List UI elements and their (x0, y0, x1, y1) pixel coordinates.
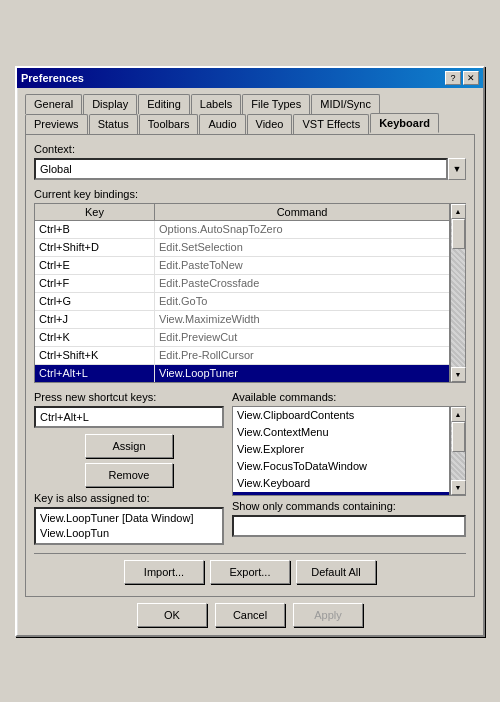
help-button[interactable]: ? (445, 71, 461, 85)
cancel-button[interactable]: Cancel (215, 603, 285, 627)
key-bindings-wrapper: Key Command Ctrl+BOptions.AutoSnapToZero… (34, 203, 466, 383)
table-row[interactable]: Ctrl+JView.MaximizeWidth (35, 311, 449, 329)
key-bindings-scroll: Key Command Ctrl+BOptions.AutoSnapToZero… (34, 203, 450, 383)
window-title: Preferences (21, 72, 84, 84)
avail-scroll: View.ClipboardContentsView.ContextMenuVi… (232, 406, 450, 496)
command-item[interactable]: View.LoopTuner (233, 492, 449, 496)
tab-labels[interactable]: Labels (191, 94, 241, 114)
preferences-window: Preferences ? ✕ General Display Editing … (15, 66, 485, 637)
command-item[interactable]: View.ClipboardContents (233, 407, 449, 424)
table-header: Key Command (34, 203, 450, 221)
default-all-button[interactable]: Default All (296, 560, 376, 584)
available-commands-list[interactable]: View.ClipboardContentsView.ContextMenuVi… (232, 406, 450, 496)
header-key: Key (35, 204, 155, 220)
bottom-buttons-row: Import... Export... Default All (34, 553, 466, 588)
keyboard-panel: Context: Global ▼ Current key bindings: … (25, 134, 475, 597)
apply-button[interactable]: Apply (293, 603, 363, 627)
tab-video[interactable]: Video (247, 114, 293, 134)
available-commands-label: Available commands: (232, 391, 466, 403)
avail-scroll-track (451, 422, 465, 480)
available-commands-wrapper: View.ClipboardContentsView.ContextMenuVi… (232, 406, 466, 496)
window-body: General Display Editing Labels File Type… (17, 88, 483, 635)
key-bindings-label: Current key bindings: (34, 188, 466, 200)
shortcut-label: Press new shortcut keys: (34, 391, 224, 403)
tab-keyboard[interactable]: Keyboard (370, 113, 439, 133)
close-button[interactable]: ✕ (463, 71, 479, 85)
left-section: Press new shortcut keys: Assign Remove K… (34, 391, 224, 545)
context-dropdown-arrow[interactable]: ▼ (448, 158, 466, 180)
tab-row-2: Previews Status Toolbars Audio Video VST… (25, 114, 475, 134)
table-row[interactable]: Ctrl+Alt+LView.LoopTuner (35, 365, 449, 383)
title-bar-buttons: ? ✕ (445, 71, 479, 85)
tab-midisync[interactable]: MIDI/Sync (311, 94, 380, 114)
tab-toolbars[interactable]: Toolbars (139, 114, 199, 134)
table-body: Ctrl+BOptions.AutoSnapToZeroCtrl+Shift+D… (34, 221, 450, 383)
assigned-to-label: Key is also assigned to: (34, 492, 224, 504)
context-dropdown-wrapper: Global ▼ (34, 158, 466, 180)
ok-button[interactable]: OK (137, 603, 207, 627)
ok-cancel-row: OK Cancel Apply (25, 597, 475, 627)
tab-audio[interactable]: Audio (199, 114, 245, 134)
command-item[interactable]: View.ContextMenu (233, 424, 449, 441)
context-dropdown[interactable]: Global (34, 158, 448, 180)
avail-scroll-down[interactable]: ▼ (451, 480, 466, 495)
tab-vsteffects[interactable]: VST Effects (293, 114, 369, 134)
tab-general[interactable]: General (25, 94, 82, 114)
title-bar: Preferences ? ✕ (17, 68, 483, 88)
tab-row-1: General Display Editing Labels File Type… (25, 94, 475, 114)
tab-filetypes[interactable]: File Types (242, 94, 310, 114)
export-button[interactable]: Export... (210, 560, 290, 584)
scroll-down-btn[interactable]: ▼ (451, 367, 466, 382)
tab-previews[interactable]: Previews (25, 114, 88, 134)
avail-scroll-thumb[interactable] (452, 422, 465, 452)
tab-editing[interactable]: Editing (138, 94, 190, 114)
import-button[interactable]: Import... (124, 560, 204, 584)
tab-display[interactable]: Display (83, 94, 137, 114)
assigned-to-box: View.LoopTuner [Data Window] View.LoopTu… (34, 507, 224, 545)
table-row[interactable]: Ctrl+FEdit.PasteCrossfade (35, 275, 449, 293)
table-scrollbar[interactable]: ▲ ▼ (450, 203, 466, 383)
command-item[interactable]: View.Keyboard (233, 475, 449, 492)
command-item[interactable]: View.FocusToDataWindow (233, 458, 449, 475)
table-row[interactable]: Ctrl+EEdit.PasteToNew (35, 257, 449, 275)
command-item[interactable]: View.Explorer (233, 441, 449, 458)
tab-status[interactable]: Status (89, 114, 138, 134)
table-row[interactable]: Ctrl+KEdit.PreviewCut (35, 329, 449, 347)
shortcut-input[interactable] (34, 406, 224, 428)
right-section: Available commands: View.ClipboardConten… (232, 391, 466, 545)
table-row[interactable]: Ctrl+Shift+DEdit.SetSelection (35, 239, 449, 257)
header-command: Command (155, 204, 449, 220)
table-row[interactable]: Ctrl+Shift+KEdit.Pre-RollCursor (35, 347, 449, 365)
table-row[interactable]: Ctrl+GEdit.GoTo (35, 293, 449, 311)
remove-button[interactable]: Remove (85, 463, 173, 487)
filter-section: Show only commands containing: (232, 500, 466, 537)
bottom-section: Press new shortcut keys: Assign Remove K… (34, 391, 466, 545)
context-label: Context: (34, 143, 466, 155)
avail-scrollbar[interactable]: ▲ ▼ (450, 406, 466, 496)
filter-input[interactable] (232, 515, 466, 537)
scroll-thumb[interactable] (452, 219, 465, 249)
table-row[interactable]: Ctrl+BOptions.AutoSnapToZero (35, 221, 449, 239)
scroll-track (451, 219, 465, 367)
assign-button[interactable]: Assign (85, 434, 173, 458)
avail-scroll-up[interactable]: ▲ (451, 407, 466, 422)
filter-label: Show only commands containing: (232, 500, 466, 512)
scroll-up-btn[interactable]: ▲ (451, 204, 466, 219)
